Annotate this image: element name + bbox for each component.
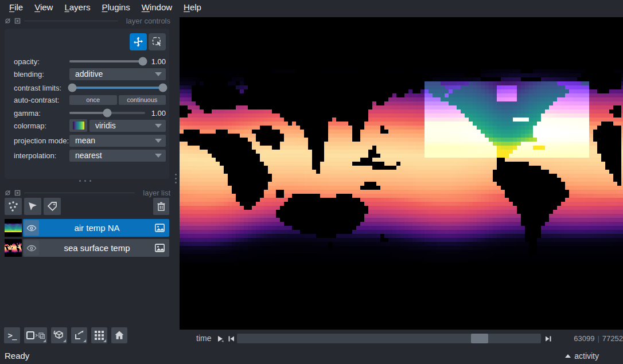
float-dock-icon[interactable] <box>14 18 21 24</box>
shapes-icon <box>27 201 38 212</box>
colormap-row: colormap: viridis <box>5 119 169 132</box>
points-icon <box>7 201 19 212</box>
layer-list-title: layer list <box>143 189 170 197</box>
skip-end-icon <box>545 335 552 342</box>
gamma-slider[interactable] <box>69 112 145 114</box>
blending-value: additive <box>75 69 103 79</box>
dims-slider-row: time 63099|77252 <box>180 332 623 346</box>
viewer-canvas[interactable] <box>180 17 623 330</box>
layer-controls-titlebar: layer controls <box>5 16 170 25</box>
opacity-slider[interactable] <box>69 60 145 62</box>
opacity-label: opacity: <box>14 57 40 66</box>
image-layer-icon <box>155 224 165 232</box>
gamma-row: gamma: 1.00 <box>5 107 169 119</box>
ndisplay-2d-3d-icon <box>26 330 45 341</box>
frame-counter: 63099|77252 <box>574 334 623 343</box>
current-frame: 63099 <box>574 334 594 343</box>
play-icon <box>216 335 224 343</box>
layer-name: air temp NA <box>39 223 155 233</box>
colormap-label: colormap: <box>14 122 46 130</box>
dock-splitter-handle[interactable] <box>175 174 177 183</box>
blending-row: blending: additive <box>5 68 169 80</box>
skip-to-start-button[interactable] <box>226 334 236 343</box>
skip-to-end-button[interactable] <box>543 334 553 343</box>
ndisplay-toggle-button[interactable] <box>24 327 47 343</box>
colormap-select[interactable]: viridis <box>89 120 166 132</box>
panel-splitter-handle[interactable] <box>79 180 91 182</box>
layer-list-buttons <box>5 198 169 215</box>
menu-layers[interactable]: Layers <box>59 1 96 14</box>
layer-thumbnail-air-temp <box>5 219 22 237</box>
time-slider[interactable] <box>237 334 541 343</box>
menu-help[interactable]: Help <box>178 1 207 14</box>
visibility-toggle[interactable] <box>24 240 39 256</box>
auto-contrast-once-button[interactable]: once <box>69 95 117 105</box>
chevron-down-icon <box>155 154 162 158</box>
dims-axis-label: time <box>196 334 211 343</box>
grid-view-button[interactable] <box>91 327 107 343</box>
blending-label: blending: <box>14 70 44 79</box>
projection-mode-row: projection mode: mean <box>5 134 169 147</box>
layer-controls-panel: opacity: 1.00 blending: additive contras… <box>5 29 169 179</box>
tag-icon <box>46 201 58 212</box>
console-button[interactable]: >_ <box>4 327 20 343</box>
play-button[interactable] <box>215 334 225 343</box>
contrast-limits-slider[interactable] <box>69 87 166 89</box>
image-layer-icon <box>155 244 165 252</box>
projection-mode-value: mean <box>75 136 95 145</box>
transpose-dimensions-button[interactable] <box>71 327 87 343</box>
opacity-row: opacity: 1.00 <box>5 55 169 68</box>
float-dock-icon[interactable] <box>14 190 21 196</box>
visibility-toggle[interactable] <box>24 220 39 236</box>
auto-contrast-row: auto-contrast: once continuous <box>5 93 169 106</box>
roll-dimensions-button[interactable] <box>51 327 67 343</box>
colormap-value: viridis <box>95 121 116 130</box>
gamma-label: gamma: <box>14 109 41 118</box>
eye-icon <box>26 223 37 233</box>
corner-indicator <box>43 339 46 342</box>
blending-select[interactable]: additive <box>69 68 166 80</box>
interpolation-select[interactable]: nearest <box>69 150 166 162</box>
new-shapes-layer-button[interactable] <box>24 198 41 215</box>
delete-layer-button[interactable] <box>153 198 169 215</box>
eye-icon <box>26 243 37 253</box>
gamma-value: 1.00 <box>145 109 166 118</box>
home-icon <box>114 330 125 341</box>
status-bar: Ready activity <box>0 346 623 364</box>
transform-button[interactable] <box>149 33 166 50</box>
pan-zoom-button[interactable] <box>130 33 147 50</box>
layer-name: sea surface temp <box>39 243 155 253</box>
chevron-up-icon <box>565 354 571 358</box>
auto-contrast-continuous-button[interactable]: continuous <box>119 95 166 105</box>
colormap-swatch-button[interactable] <box>69 119 87 132</box>
menu-view[interactable]: View <box>29 1 59 14</box>
menu-bar: File View Layers Plugins Window Help <box>0 0 623 14</box>
menu-window[interactable]: Window <box>136 1 178 14</box>
layer-list-titlebar: layer list <box>5 188 170 197</box>
layer-row-air-temp[interactable]: air temp NA <box>5 219 169 237</box>
time-slider-handle[interactable] <box>471 334 488 343</box>
new-points-layer-button[interactable] <box>5 198 22 215</box>
status-message: Ready <box>5 351 29 361</box>
pan-arrows-icon <box>133 36 144 48</box>
corner-indicator <box>83 339 86 342</box>
new-labels-layer-button[interactable] <box>44 198 61 215</box>
skip-start-icon <box>228 335 235 342</box>
chevron-down-icon <box>155 72 162 76</box>
chevron-down-icon <box>155 124 162 128</box>
hide-dock-icon[interactable] <box>5 18 11 24</box>
home-button[interactable] <box>111 327 127 343</box>
activity-button[interactable]: activity <box>565 351 599 361</box>
titlebar-divider <box>24 193 135 193</box>
hide-dock-icon[interactable] <box>5 190 11 196</box>
temperature-map-image <box>180 17 623 330</box>
interpolation-value: nearest <box>75 151 102 160</box>
console-icon: >_ <box>8 331 17 340</box>
menu-plugins[interactable]: Plugins <box>96 1 135 14</box>
projection-mode-select[interactable]: mean <box>69 135 166 147</box>
napari-window: File View Layers Plugins Window Help lay… <box>0 0 623 364</box>
menu-file[interactable]: File <box>3 1 29 14</box>
interpolation-row: interpolation: nearest <box>5 149 169 162</box>
layer-row-sea-surface-temp[interactable]: sea surface temp <box>5 239 169 257</box>
trash-icon <box>156 201 166 212</box>
